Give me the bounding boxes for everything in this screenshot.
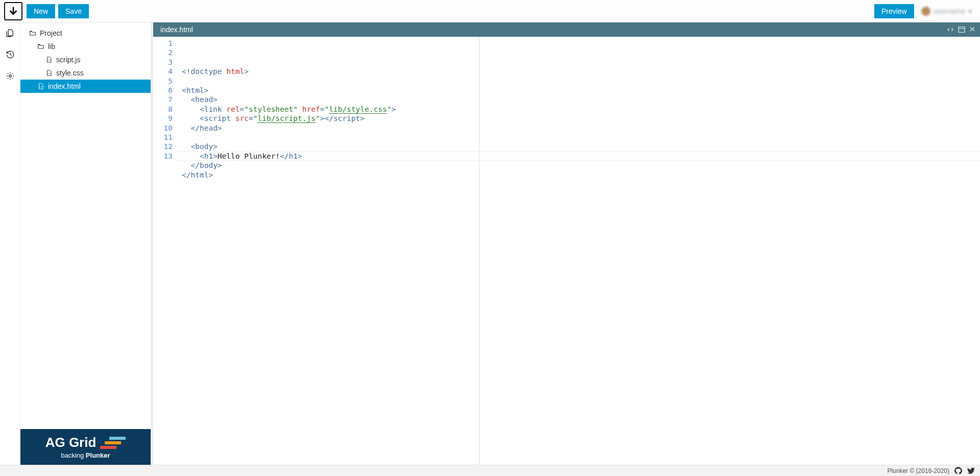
topbar: New Save Preview username ▾ [0,0,980,22]
tree-label: lib [48,42,55,51]
svg-rect-1 [959,27,965,33]
sponsor-subtitle: backing Plunker [61,452,110,459]
copyright-text: Plunker © (2016-2020) [887,467,949,474]
preview-button[interactable]: Preview [874,4,914,18]
tree-label: Project [40,29,62,37]
tree-file-style[interactable]: style.css [20,66,151,80]
code-content[interactable]: <!doctype html><html> <head> <link rel="… [178,37,980,465]
tree-file-index[interactable]: index.html [20,80,151,93]
sponsor-title: AG Grid [45,435,97,450]
tree-file-script[interactable]: script.js [20,53,151,66]
tree-label: script.js [56,56,80,64]
line-gutter: 12345678910111213 [153,37,178,465]
user-menu[interactable]: username ▾ [917,7,976,16]
history-icon[interactable] [6,50,15,59]
tree-label: style.css [56,69,84,77]
activity-bar [0,22,20,465]
new-button[interactable]: New [27,4,55,18]
tree-root-project[interactable]: Project [20,27,151,40]
sidebar: Project lib script.js style.css index.ht… [20,22,151,465]
twitter-icon[interactable] [967,467,975,474]
sponsor-banner[interactable]: AG Grid backing Plunker [20,429,151,465]
file-tree: Project lib script.js style.css index.ht… [20,22,151,429]
ag-grid-logo-icon [100,437,126,449]
toggle-code-icon[interactable] [946,26,954,34]
print-margin [479,37,480,465]
github-icon[interactable] [954,467,962,474]
editor-panel: index.html 12345678910111213 <!doctype h… [151,22,980,465]
avatar [921,7,930,16]
tree-label: index.html [48,82,81,90]
file-code-icon [45,69,53,77]
chevron-down-icon: ▾ [968,7,972,15]
plunker-logo[interactable] [4,2,22,20]
layout-icon[interactable] [958,26,966,34]
tree-folder-lib[interactable]: lib [20,40,151,53]
editor-tab-index[interactable]: index.html [153,22,200,37]
close-icon[interactable] [969,26,976,34]
user-name: username [934,7,965,15]
files-icon[interactable] [6,29,15,38]
save-button[interactable]: Save [58,4,89,18]
settings-icon[interactable] [6,71,15,81]
folder-open-icon [37,43,45,50]
folder-open-icon [29,30,37,37]
editor-tabbar: index.html [153,22,980,37]
file-code-icon [45,56,53,63]
code-editor[interactable]: 12345678910111213 <!doctype html><html> … [153,37,980,465]
svg-point-0 [9,75,11,78]
footer: Plunker © (2016-2020) [0,465,980,476]
download-arrow-icon [8,6,19,17]
file-code-icon [37,83,45,90]
